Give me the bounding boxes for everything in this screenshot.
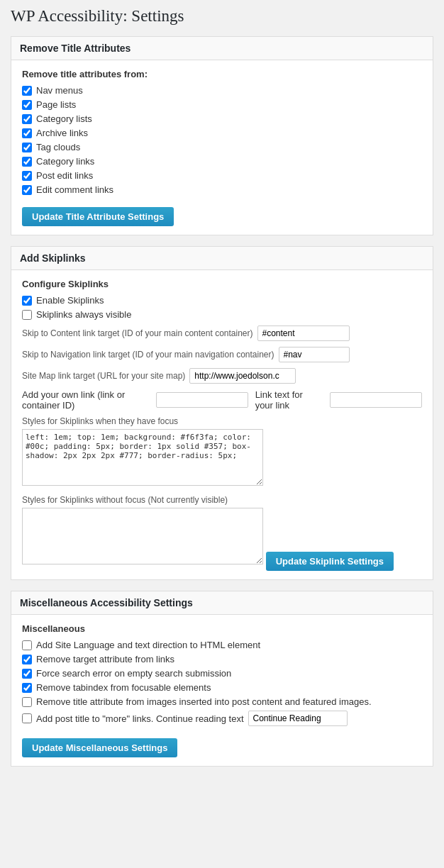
checkbox-row-edit-comment-links: Edit comment links: [22, 184, 422, 195]
more-links-label: Add post title to "more" links. Continue…: [36, 713, 244, 724]
misc-section: Miscellaneous Accessibility Settings Mis…: [11, 591, 433, 767]
checkbox-row-force-search: Force search error on empty search submi…: [22, 668, 422, 679]
more-links-row: Add post title to "more" links. Continue…: [22, 711, 422, 726]
category-links-checkbox[interactable]: [22, 157, 32, 167]
misc-subheader: Miscellaneous: [22, 623, 422, 634]
sitemap-target-label: Site Map link target (URL for your site …: [22, 371, 185, 381]
remove-title-img-label: Remove title attribute from images inser…: [36, 696, 372, 707]
checkbox-row-nav-menus: Nav menus: [22, 85, 422, 96]
skiplinks-subheader: Configure Skiplinks: [22, 279, 422, 289]
force-search-label: Force search error on empty search submi…: [36, 668, 231, 679]
archive-links-label: Archive links: [36, 128, 88, 138]
tag-clouds-checkbox[interactable]: [22, 143, 32, 152]
remove-title-img-checkbox[interactable]: [22, 697, 32, 707]
checkbox-row-enable-skiplinks: Enable Skiplinks: [22, 295, 422, 306]
focus-styles-label: Styles for Skiplinks when they have focu…: [22, 416, 422, 426]
remove-target-label: Remove target attribute from links: [36, 654, 174, 664]
checkbox-row-archive-links: Archive links: [22, 128, 422, 138]
nav-menus-label: Nav menus: [36, 85, 83, 96]
skiplinks-always-visible-checkbox[interactable]: [22, 310, 32, 320]
skiplinks-header: Add Skiplinks: [11, 247, 433, 270]
update-misc-button[interactable]: Update Miscellaneous Settings: [22, 738, 177, 757]
nav-menus-checkbox[interactable]: [22, 86, 32, 96]
checkbox-row-post-edit-links: Post edit links: [22, 170, 422, 181]
sitemap-target-input[interactable]: [189, 368, 296, 384]
checkbox-row-remove-tabindex: Remove tabindex from focusable elements: [22, 682, 422, 693]
remove-tabindex-checkbox[interactable]: [22, 683, 32, 693]
continue-reading-input[interactable]: [248, 711, 348, 726]
own-link-label: Add your own link (link or container ID): [22, 389, 149, 411]
skiplinks-section: Add Skiplinks Configure Skiplinks Enable…: [11, 246, 433, 580]
page-lists-checkbox[interactable]: [22, 100, 32, 110]
tag-clouds-label: Tag clouds: [36, 142, 80, 152]
remove-tabindex-label: Remove tabindex from focusable elements: [36, 682, 211, 693]
skiplinks-always-visible-label: Skiplinks always visible: [36, 309, 131, 320]
page-title: WP Accessibility: Settings: [11, 7, 433, 26]
more-links-checkbox[interactable]: [22, 713, 32, 723]
edit-comment-links-checkbox[interactable]: [22, 185, 32, 195]
no-focus-styles-label: Styles for Skiplinks without focus (Not …: [22, 495, 422, 505]
nav-target-row: Skip to Navigation link target (ID of yo…: [22, 347, 422, 362]
misc-header: Miscellaneous Accessibility Settings: [11, 591, 433, 615]
add-lang-label: Add Site Language and text direction to …: [36, 640, 260, 650]
post-edit-links-checkbox[interactable]: [22, 171, 32, 181]
add-lang-checkbox[interactable]: [22, 640, 32, 650]
checkbox-row-add-lang: Add Site Language and text direction to …: [22, 640, 422, 650]
post-edit-links-label: Post edit links: [36, 170, 93, 181]
focus-styles-textarea[interactable]: left: 1em; top: 1em; background: #f6f3fa…: [22, 429, 263, 486]
checkbox-row-category-links: Category links: [22, 156, 422, 167]
checkbox-row-page-lists: Page lists: [22, 99, 422, 110]
remove-title-subheader: Remove title attributes from:: [22, 69, 422, 79]
checkbox-row-remove-title-img: Remove title attribute from images inser…: [22, 696, 422, 707]
edit-comment-links-label: Edit comment links: [36, 184, 113, 195]
link-text-input[interactable]: [330, 392, 422, 408]
content-target-input[interactable]: [257, 326, 350, 341]
no-focus-styles-textarea[interactable]: [22, 508, 263, 564]
category-links-label: Category links: [36, 156, 94, 167]
update-skiplink-button[interactable]: Update Skiplink Settings: [266, 552, 394, 571]
nav-target-input[interactable]: [279, 347, 350, 362]
category-lists-label: Category lists: [36, 113, 92, 124]
category-lists-checkbox[interactable]: [22, 114, 32, 124]
checkbox-row-skiplinks-visible: Skiplinks always visible: [22, 309, 422, 320]
link-text-label: Link text for your link: [255, 389, 323, 411]
page-lists-label: Page lists: [36, 99, 76, 110]
content-target-row: Skip to Content link target (ID of your …: [22, 326, 422, 341]
update-title-button[interactable]: Update Title Attribute Settings: [22, 207, 174, 226]
nav-target-label: Skip to Navigation link target (ID of yo…: [22, 350, 274, 360]
checkbox-row-tag-clouds: Tag clouds: [22, 142, 422, 152]
checkbox-row-category-lists: Category lists: [22, 113, 422, 124]
own-link-input[interactable]: [156, 392, 248, 408]
remove-target-checkbox[interactable]: [22, 655, 32, 664]
remove-title-header: Remove Title Attributes: [11, 37, 433, 60]
archive-links-checkbox[interactable]: [22, 128, 32, 138]
own-link-row: Add your own link (link or container ID)…: [22, 389, 422, 411]
remove-title-section: Remove Title Attributes Remove title att…: [11, 36, 433, 235]
enable-skiplinks-label: Enable Skiplinks: [36, 295, 104, 306]
content-target-label: Skip to Content link target (ID of your …: [22, 328, 253, 338]
sitemap-target-row: Site Map link target (URL for your site …: [22, 368, 422, 384]
checkbox-row-remove-target: Remove target attribute from links: [22, 654, 422, 664]
enable-skiplinks-checkbox[interactable]: [22, 296, 32, 306]
force-search-checkbox[interactable]: [22, 669, 32, 679]
